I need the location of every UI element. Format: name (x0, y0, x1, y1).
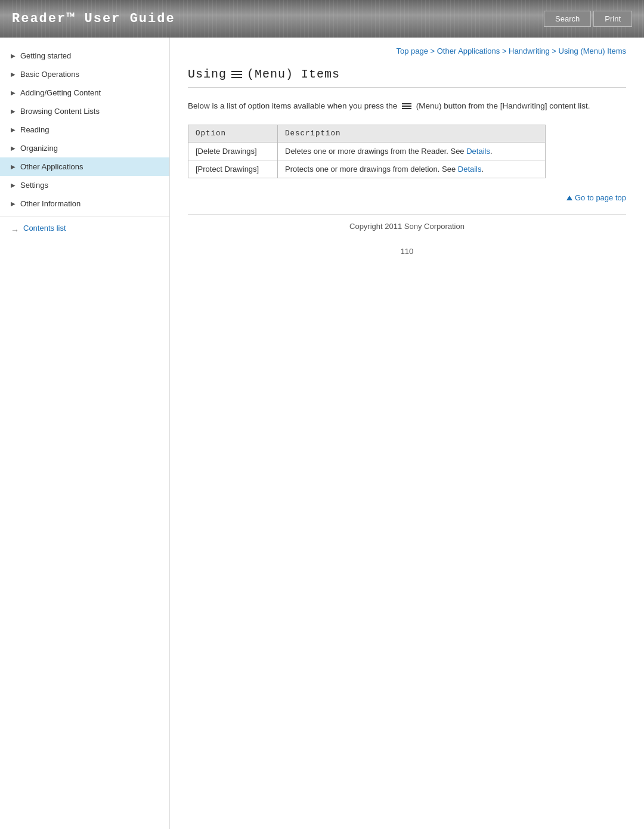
chevron-icon: ▶ (11, 52, 16, 59)
print-button[interactable]: Print (593, 11, 632, 27)
header-buttons: Search Print (544, 11, 632, 27)
contents-list-link[interactable]: Contents list (23, 224, 66, 233)
sidebar-item-other-information[interactable]: ▶ Other Information (0, 194, 169, 213)
desc-delete-drawings: Deletes one or more drawings from the Re… (278, 142, 546, 160)
breadcrumb-top-page[interactable]: Top page (396, 47, 428, 55)
footer: Copyright 2011 Sony Corporation (188, 214, 626, 238)
chevron-icon: ▶ (11, 182, 16, 188)
table-row: [Protect Drawings] Protects one or more … (188, 160, 546, 178)
menu-icon (231, 71, 242, 78)
main-layout: ▶ Getting started ▶ Basic Operations ▶ A… (0, 38, 644, 829)
desc-protect-after: . (482, 165, 484, 174)
chevron-icon: ▶ (11, 89, 16, 96)
breadcrumb-sep3: > (550, 47, 559, 55)
sidebar-item-browsing-content[interactable]: ▶ Browsing Content Lists (0, 102, 169, 120)
menu-line-1 (231, 71, 242, 72)
chevron-icon: ▶ (11, 145, 16, 151)
option-protect-drawings: [Protect Drawings] (188, 160, 278, 178)
desc-delete-after: . (490, 147, 493, 156)
option-delete-drawings: [Delete Drawings] (188, 142, 278, 160)
sidebar-item-other-applications[interactable]: ▶ Other Applications (0, 157, 169, 176)
breadcrumb-sep2: > (500, 47, 509, 55)
col-description-header: Description (278, 125, 546, 142)
inline-menu-icon (402, 103, 411, 109)
sidebar-item-basic-operations[interactable]: ▶ Basic Operations (0, 65, 169, 83)
chevron-icon: ▶ (11, 163, 16, 170)
sidebar-item-reading[interactable]: ▶ Reading (0, 120, 169, 139)
desc-protect-drawings: Protects one or more drawings from delet… (278, 160, 546, 178)
desc-before: Below is a list of option items availabl… (188, 101, 397, 110)
options-table: Option Description [Delete Drawings] Del… (188, 125, 546, 178)
sidebar-item-organizing[interactable]: ▶ Organizing (0, 139, 169, 157)
inline-menu-line-2 (402, 106, 411, 107)
desc-after: (Menu) button from the [Handwriting] con… (416, 101, 590, 110)
copyright-text: Copyright 2011 Sony Corporation (349, 222, 465, 231)
col-option-header: Option (188, 125, 278, 142)
triangle-up-icon (566, 196, 572, 200)
page-title-suffix: (Menu) Items (247, 67, 340, 81)
chevron-icon: ▶ (11, 126, 16, 133)
page-header: Reader™ User Guide Search Print (0, 0, 644, 38)
go-to-top-link[interactable]: Go to page top (566, 193, 626, 202)
main-content: Top page > Other Applications > Handwrit… (170, 38, 644, 829)
contents-list-link-container: Contents list (0, 216, 169, 240)
chevron-icon: ▶ (11, 108, 16, 114)
inline-menu-line-1 (402, 103, 411, 104)
breadcrumb-sep1: > (428, 47, 437, 55)
chevron-icon: ▶ (11, 71, 16, 78)
go-to-top-container: Go to page top (188, 193, 626, 202)
menu-line-2 (231, 74, 242, 75)
inline-menu-line-3 (402, 108, 411, 109)
sidebar: ▶ Getting started ▶ Basic Operations ▶ A… (0, 38, 170, 829)
table-header-row: Option Description (188, 125, 546, 142)
table-row: [Delete Drawings] Deletes one or more dr… (188, 142, 546, 160)
page-number: 110 (188, 238, 626, 265)
page-title-prefix: Using (188, 67, 227, 81)
sidebar-item-settings[interactable]: ▶ Settings (0, 176, 169, 194)
breadcrumb: Top page > Other Applications > Handwrit… (188, 47, 626, 55)
details-link-delete[interactable]: Details (466, 147, 490, 156)
desc-protect-before: Protects one or more drawings from delet… (285, 165, 458, 174)
details-link-protect[interactable]: Details (458, 165, 482, 174)
description-text: Below is a list of option items availabl… (188, 100, 626, 113)
sidebar-item-adding-content[interactable]: ▶ Adding/Getting Content (0, 83, 169, 102)
breadcrumb-current: Using (Menu) Items (559, 47, 626, 55)
page-title: Using (Menu) Items (188, 67, 626, 88)
chevron-icon: ▶ (11, 200, 16, 207)
sidebar-item-getting-started[interactable]: ▶ Getting started (0, 47, 169, 65)
arrow-right-icon (11, 225, 20, 231)
breadcrumb-other-apps[interactable]: Other Applications (437, 47, 500, 55)
desc-delete-before: Deletes one or more drawings from the Re… (285, 147, 466, 156)
menu-line-3 (231, 77, 242, 78)
search-button[interactable]: Search (544, 11, 591, 27)
breadcrumb-handwriting[interactable]: Handwriting (509, 47, 550, 55)
go-to-top-label: Go to page top (575, 193, 626, 202)
app-title: Reader™ User Guide (12, 11, 175, 26)
